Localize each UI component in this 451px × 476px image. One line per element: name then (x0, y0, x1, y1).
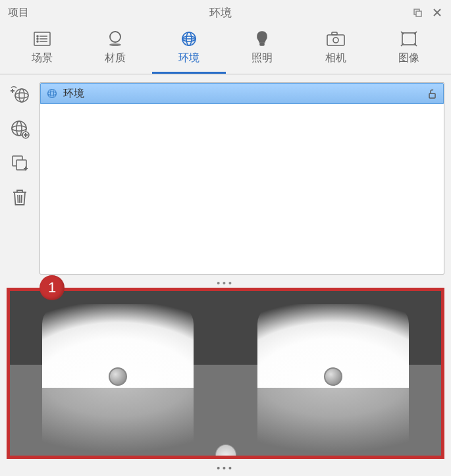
delete-button[interactable] (9, 186, 31, 209)
svg-rect-18 (327, 35, 344, 45)
camera-icon (323, 29, 349, 49)
svg-point-11 (110, 32, 120, 42)
svg-rect-1 (416, 11, 421, 16)
svg-point-26 (15, 89, 28, 102)
close-icon[interactable] (431, 7, 443, 18)
panel-title: 环境 (29, 5, 411, 20)
tab-image[interactable]: 图像 (373, 25, 446, 74)
tab-label: 照明 (252, 51, 273, 65)
environment-thumb (42, 304, 194, 456)
globe-icon (46, 88, 58, 99)
svg-point-42 (48, 90, 57, 98)
duplicate-button[interactable] (9, 152, 31, 174)
tab-label: 场景 (32, 51, 53, 65)
splitter-handle[interactable]: ••• (0, 278, 451, 288)
pin-icon (109, 367, 127, 386)
svg-rect-45 (429, 93, 435, 98)
side-toolbar (7, 82, 33, 275)
callout-wrap: 1 (7, 288, 444, 459)
tab-environment[interactable]: 环境 (152, 25, 226, 74)
svg-point-44 (51, 90, 54, 98)
unlock-icon[interactable] (426, 88, 438, 99)
svg-point-7 (37, 38, 38, 40)
svg-line-41 (22, 195, 22, 203)
environment-panel: 项目 环境 (0, 0, 451, 476)
svg-point-5 (37, 36, 38, 37)
project-label: 项目 (8, 6, 29, 20)
sphere-icon (102, 29, 128, 49)
preview-handle-icon (215, 444, 236, 457)
tab-material[interactable]: 材质 (79, 25, 153, 74)
svg-point-27 (15, 93, 28, 98)
tab-label: 环境 (178, 51, 199, 65)
panel-tabs: 场景 材质 环境 (0, 25, 451, 74)
svg-point-28 (19, 89, 24, 102)
frame-icon (396, 29, 422, 49)
environment-preview[interactable] (7, 288, 444, 459)
svg-point-30 (12, 126, 26, 131)
tab-scene[interactable]: 场景 (5, 25, 79, 74)
detach-icon[interactable] (411, 7, 423, 18)
tab-camera[interactable]: 相机 (299, 25, 373, 74)
svg-rect-20 (332, 32, 337, 35)
bulb-icon (249, 29, 275, 49)
svg-point-43 (48, 92, 57, 95)
titlebar: 项目 环境 (0, 0, 451, 25)
svg-point-12 (109, 43, 121, 46)
svg-point-31 (16, 121, 22, 136)
environment-thumb (257, 304, 409, 456)
list-icon (29, 29, 55, 49)
tab-label: 图像 (398, 51, 419, 65)
svg-rect-17 (260, 43, 264, 45)
splitter-handle[interactable]: ••• (0, 462, 451, 476)
svg-point-19 (333, 38, 338, 43)
tab-label: 相机 (325, 51, 346, 65)
pin-icon (324, 367, 342, 386)
add-environment-button[interactable] (9, 118, 31, 140)
list-item[interactable]: 环境 (40, 83, 444, 104)
callout-badge: 1 (40, 275, 65, 300)
tab-label: 材质 (105, 51, 126, 65)
tab-lighting[interactable]: 照明 (226, 25, 300, 74)
list-item-label: 环境 (63, 87, 421, 101)
svg-point-9 (37, 41, 38, 42)
environment-body: 环境 (0, 74, 451, 278)
import-environment-button[interactable] (9, 84, 31, 106)
globe-icon (176, 29, 202, 49)
svg-line-39 (18, 195, 18, 203)
svg-rect-21 (402, 33, 415, 45)
environment-list[interactable]: 环境 (40, 82, 444, 275)
